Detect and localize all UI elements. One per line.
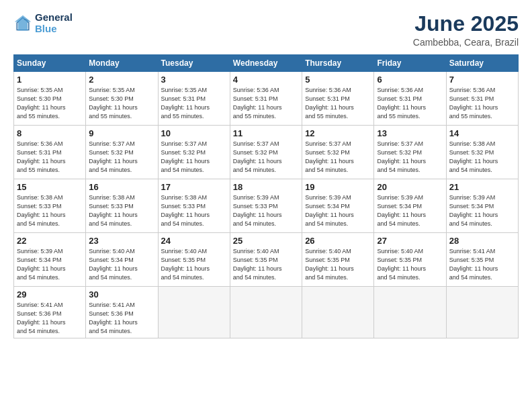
day-number: 3 (161, 75, 227, 85)
cell-content: Sunrise: 5:39 AMSunset: 5:34 PMDaylight:… (449, 193, 515, 228)
day-number: 13 (377, 128, 443, 138)
calendar-header-row: Sunday Monday Tuesday Wednesday Thursday… (14, 55, 519, 72)
table-row: 26Sunrise: 5:40 AMSunset: 5:35 PMDayligh… (302, 233, 374, 287)
cell-content: Sunrise: 5:41 AMSunset: 5:36 PMDaylight:… (89, 301, 154, 336)
day-number: 6 (377, 75, 443, 85)
title-block: June 2025 Cambebba, Ceara, Brazil (413, 12, 519, 48)
table-row (302, 287, 374, 338)
cell-content: Sunrise: 5:38 AMSunset: 5:33 PMDaylight:… (161, 193, 227, 228)
cell-content: Sunrise: 5:39 AMSunset: 5:34 PMDaylight:… (17, 247, 83, 282)
table-row: 29Sunrise: 5:41 AMSunset: 5:36 PMDayligh… (14, 287, 86, 338)
table-row: 19Sunrise: 5:39 AMSunset: 5:34 PMDayligh… (302, 179, 374, 233)
table-row: 23Sunrise: 5:40 AMSunset: 5:34 PMDayligh… (86, 233, 158, 287)
day-number: 24 (161, 236, 227, 246)
table-row: 10Sunrise: 5:37 AMSunset: 5:32 PMDayligh… (158, 126, 230, 179)
day-number: 5 (305, 75, 371, 85)
table-row: 30Sunrise: 5:41 AMSunset: 5:36 PMDayligh… (86, 287, 158, 338)
header: General Blue June 2025 Cambebba, Ceara, … (13, 12, 519, 48)
cell-content: Sunrise: 5:41 AMSunset: 5:35 PMDaylight:… (449, 247, 515, 282)
table-row (446, 287, 518, 338)
cell-content: Sunrise: 5:36 AMSunset: 5:31 PMDaylight:… (377, 86, 443, 121)
col-saturday: Saturday (446, 55, 518, 72)
col-sunday: Sunday (14, 55, 86, 72)
table-row: 3Sunrise: 5:35 AMSunset: 5:31 PMDaylight… (158, 72, 230, 126)
table-row: 22Sunrise: 5:39 AMSunset: 5:34 PMDayligh… (14, 233, 86, 287)
cell-content: Sunrise: 5:36 AMSunset: 5:31 PMDaylight:… (305, 86, 371, 121)
cell-content: Sunrise: 5:40 AMSunset: 5:35 PMDaylight:… (305, 247, 371, 282)
table-row: 11Sunrise: 5:37 AMSunset: 5:32 PMDayligh… (230, 126, 302, 179)
cell-content: Sunrise: 5:36 AMSunset: 5:31 PMDaylight:… (17, 140, 83, 175)
calendar-table: Sunday Monday Tuesday Wednesday Thursday… (13, 54, 519, 338)
cell-content: Sunrise: 5:37 AMSunset: 5:32 PMDaylight:… (89, 140, 154, 175)
cell-content: Sunrise: 5:36 AMSunset: 5:31 PMDaylight:… (449, 86, 515, 121)
table-row (374, 287, 446, 338)
table-row (230, 287, 302, 338)
table-row (158, 287, 230, 338)
cell-content: Sunrise: 5:38 AMSunset: 5:32 PMDaylight:… (449, 140, 515, 175)
day-number: 18 (233, 182, 299, 192)
cell-content: Sunrise: 5:35 AMSunset: 5:30 PMDaylight:… (89, 86, 154, 121)
cell-content: Sunrise: 5:35 AMSunset: 5:30 PMDaylight:… (17, 86, 83, 121)
table-row: 15Sunrise: 5:38 AMSunset: 5:33 PMDayligh… (14, 179, 86, 233)
logo: General Blue (13, 12, 73, 34)
cell-content: Sunrise: 5:39 AMSunset: 5:34 PMDaylight:… (377, 193, 443, 228)
table-row: 4Sunrise: 5:36 AMSunset: 5:31 PMDaylight… (230, 72, 302, 126)
day-number: 23 (89, 236, 154, 246)
calendar-week-3: 15Sunrise: 5:38 AMSunset: 5:33 PMDayligh… (14, 179, 519, 233)
table-row: 21Sunrise: 5:39 AMSunset: 5:34 PMDayligh… (446, 179, 518, 233)
cell-content: Sunrise: 5:40 AMSunset: 5:35 PMDaylight:… (377, 247, 443, 282)
cell-content: Sunrise: 5:37 AMSunset: 5:32 PMDaylight:… (377, 140, 443, 175)
day-number: 21 (449, 182, 515, 192)
calendar-week-1: 1Sunrise: 5:35 AMSunset: 5:30 PMDaylight… (14, 72, 519, 126)
cell-content: Sunrise: 5:36 AMSunset: 5:31 PMDaylight:… (233, 86, 299, 121)
table-row: 14Sunrise: 5:38 AMSunset: 5:32 PMDayligh… (446, 126, 518, 179)
day-number: 8 (17, 128, 83, 138)
table-row: 24Sunrise: 5:40 AMSunset: 5:35 PMDayligh… (158, 233, 230, 287)
day-number: 7 (449, 75, 515, 85)
col-wednesday: Wednesday (230, 55, 302, 72)
day-number: 26 (305, 236, 371, 246)
cell-content: Sunrise: 5:40 AMSunset: 5:35 PMDaylight:… (161, 247, 227, 282)
cell-content: Sunrise: 5:38 AMSunset: 5:33 PMDaylight:… (89, 193, 154, 228)
table-row: 18Sunrise: 5:39 AMSunset: 5:33 PMDayligh… (230, 179, 302, 233)
table-row: 28Sunrise: 5:41 AMSunset: 5:35 PMDayligh… (446, 233, 518, 287)
month-title: June 2025 (413, 12, 519, 36)
table-row: 9Sunrise: 5:37 AMSunset: 5:32 PMDaylight… (86, 126, 158, 179)
day-number: 19 (305, 182, 371, 192)
table-row: 2Sunrise: 5:35 AMSunset: 5:30 PMDaylight… (86, 72, 158, 126)
cell-content: Sunrise: 5:41 AMSunset: 5:36 PMDaylight:… (17, 301, 83, 336)
day-number: 28 (449, 236, 515, 246)
day-number: 10 (161, 128, 227, 138)
table-row: 27Sunrise: 5:40 AMSunset: 5:35 PMDayligh… (374, 233, 446, 287)
col-thursday: Thursday (302, 55, 374, 72)
table-row: 25Sunrise: 5:40 AMSunset: 5:35 PMDayligh… (230, 233, 302, 287)
cell-content: Sunrise: 5:37 AMSunset: 5:32 PMDaylight:… (161, 140, 227, 175)
day-number: 11 (233, 128, 299, 138)
day-number: 25 (233, 236, 299, 246)
day-number: 1 (17, 75, 83, 85)
day-number: 22 (17, 236, 83, 246)
table-row: 5Sunrise: 5:36 AMSunset: 5:31 PMDaylight… (302, 72, 374, 126)
table-row: 12Sunrise: 5:37 AMSunset: 5:32 PMDayligh… (302, 126, 374, 179)
day-number: 17 (161, 182, 227, 192)
cell-content: Sunrise: 5:38 AMSunset: 5:33 PMDaylight:… (17, 193, 83, 228)
col-tuesday: Tuesday (158, 55, 230, 72)
cell-content: Sunrise: 5:37 AMSunset: 5:32 PMDaylight:… (305, 140, 371, 175)
calendar-week-4: 22Sunrise: 5:39 AMSunset: 5:34 PMDayligh… (14, 233, 519, 287)
cell-content: Sunrise: 5:39 AMSunset: 5:33 PMDaylight:… (233, 193, 299, 228)
cell-content: Sunrise: 5:35 AMSunset: 5:31 PMDaylight:… (161, 86, 227, 121)
table-row: 1Sunrise: 5:35 AMSunset: 5:30 PMDaylight… (14, 72, 86, 126)
day-number: 20 (377, 182, 443, 192)
day-number: 9 (89, 128, 154, 138)
cell-content: Sunrise: 5:39 AMSunset: 5:34 PMDaylight:… (305, 193, 371, 228)
day-number: 14 (449, 128, 515, 138)
logo-icon (13, 14, 32, 33)
page: General Blue June 2025 Cambebba, Ceara, … (0, 0, 532, 411)
cell-content: Sunrise: 5:40 AMSunset: 5:34 PMDaylight:… (89, 247, 154, 282)
table-row: 7Sunrise: 5:36 AMSunset: 5:31 PMDaylight… (446, 72, 518, 126)
day-number: 16 (89, 182, 154, 192)
cell-content: Sunrise: 5:37 AMSunset: 5:32 PMDaylight:… (233, 140, 299, 175)
day-number: 4 (233, 75, 299, 85)
calendar-week-5: 29Sunrise: 5:41 AMSunset: 5:36 PMDayligh… (14, 287, 519, 338)
table-row: 13Sunrise: 5:37 AMSunset: 5:32 PMDayligh… (374, 126, 446, 179)
